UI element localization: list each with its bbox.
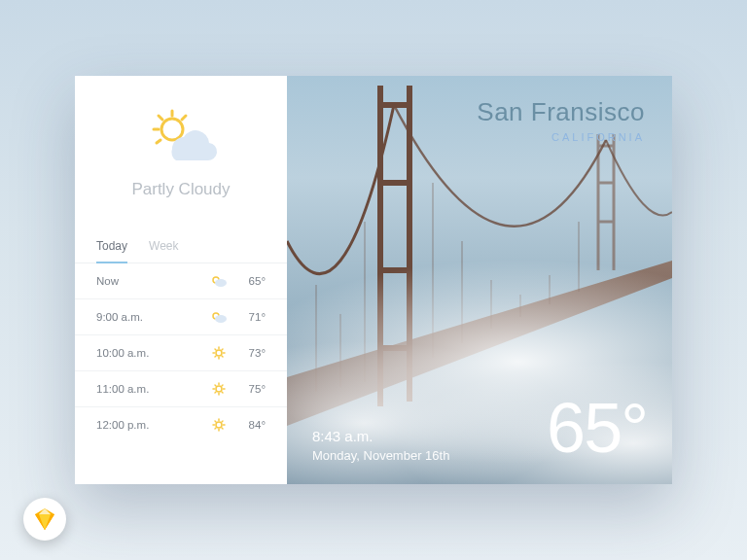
current-date: Monday, November 16th xyxy=(312,448,449,463)
current-time: 8:43 a.m. xyxy=(312,428,449,444)
svg-line-16 xyxy=(222,356,223,357)
svg-point-7 xyxy=(215,279,227,287)
list-item: 12:00 p.m. 84° xyxy=(75,407,287,442)
hour-temp: 73° xyxy=(232,347,266,359)
svg-line-25 xyxy=(222,392,223,393)
condition-label: Partly Cloudy xyxy=(131,180,230,199)
svg-line-4 xyxy=(159,116,162,120)
sun-cloud-icon xyxy=(205,274,232,288)
svg-point-19 xyxy=(216,386,222,392)
sun-icon xyxy=(205,418,232,432)
region-name: CALIFORNIA xyxy=(477,131,645,143)
svg-line-17 xyxy=(222,349,223,350)
now-block: 8:43 a.m. Monday, November 16th 65° xyxy=(312,393,647,463)
forecast-tabs: Today Week xyxy=(75,231,287,263)
hour-label: 9:00 a.m. xyxy=(96,311,205,323)
svg-line-24 xyxy=(215,385,216,386)
list-item: 10:00 a.m. 73° xyxy=(75,335,287,371)
tab-week[interactable]: Week xyxy=(149,231,178,262)
svg-line-18 xyxy=(215,356,216,357)
list-item: 11:00 a.m. 75° xyxy=(75,371,287,407)
svg-point-10 xyxy=(216,350,222,356)
tab-today[interactable]: Today xyxy=(96,231,127,262)
photo-panel: San Fransisco CALIFORNIA 8:43 a.m. Monda… xyxy=(287,76,672,484)
hour-temp: 71° xyxy=(232,311,266,323)
svg-line-34 xyxy=(222,428,223,429)
hour-temp: 84° xyxy=(232,419,266,431)
current-temp: 65° xyxy=(547,393,647,463)
location-block: San Fransisco CALIFORNIA xyxy=(477,97,645,143)
city-name: San Fransisco xyxy=(477,97,645,127)
datetime: 8:43 a.m. Monday, November 16th xyxy=(312,428,449,463)
list-item: Now 65° xyxy=(75,263,287,299)
sketch-icon xyxy=(23,498,66,541)
svg-point-9 xyxy=(215,315,227,323)
sun-cloud-icon xyxy=(143,108,219,168)
hour-temp: 75° xyxy=(232,383,266,395)
svg-line-3 xyxy=(182,116,186,120)
svg-line-33 xyxy=(215,421,216,422)
svg-line-5 xyxy=(157,140,160,143)
hour-label: 10:00 a.m. xyxy=(96,347,205,359)
svg-point-0 xyxy=(161,119,183,140)
svg-line-35 xyxy=(222,421,223,422)
sidebar: Partly Cloudy Today Week Now 65° 9:00 a.… xyxy=(75,76,287,484)
sun-icon xyxy=(205,346,232,360)
list-item: 9:00 a.m. 71° xyxy=(75,299,287,335)
sun-icon xyxy=(205,382,232,396)
hour-label: 12:00 p.m. xyxy=(96,419,205,431)
hour-label: 11:00 a.m. xyxy=(96,383,205,395)
svg-line-27 xyxy=(215,392,216,393)
svg-point-28 xyxy=(216,422,222,428)
weather-card: Partly Cloudy Today Week Now 65° 9:00 a.… xyxy=(75,76,672,484)
hour-label: Now xyxy=(96,275,205,287)
hour-temp: 65° xyxy=(232,275,266,287)
hourly-list: Now 65° 9:00 a.m. 71° 10:00 a.m. 73° 11:… xyxy=(75,263,287,484)
svg-line-36 xyxy=(215,428,216,429)
svg-line-15 xyxy=(215,349,216,350)
svg-line-26 xyxy=(222,385,223,386)
current-condition: Partly Cloudy xyxy=(75,76,287,231)
sun-cloud-icon xyxy=(205,310,232,324)
